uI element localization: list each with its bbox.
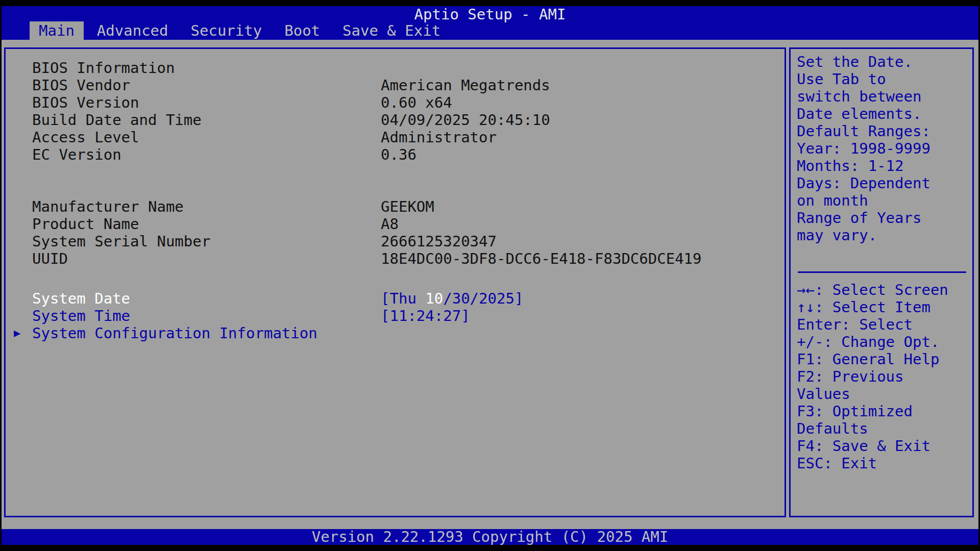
spacer: [32, 163, 785, 198]
system-date-label: System Date: [32, 290, 381, 307]
info-row: BIOS Version 0.60 x64: [32, 94, 785, 111]
help-line: Default Ranges:: [797, 122, 967, 140]
left-edge: [0, 0, 2, 551]
info-row: Product Name A8: [32, 215, 785, 233]
help-panel: Set the Date.Use Tab toswitch betweenDat…: [789, 47, 974, 517]
system-configuration-information-item[interactable]: ▶ System Configuration Information: [32, 324, 785, 342]
help-content: Set the Date.Use Tab toswitch betweenDat…: [791, 49, 972, 472]
system-date-value: [Thu 10/30/2025]: [381, 290, 523, 307]
legend-line: Values: [797, 385, 967, 403]
main-panel-rows: BIOS Information BIOS Vendor American Me…: [6, 49, 785, 342]
help-line: Months: 1-12: [797, 157, 967, 174]
info-row: Build Date and Time 04/09/2025 20:45:10: [32, 111, 785, 129]
legend-line: F2: Previous: [797, 368, 967, 385]
tab-main[interactable]: Main: [30, 21, 84, 40]
bios-info-list: BIOS Vendor American Megatrends BIOS Ver…: [32, 77, 785, 163]
tab-advanced[interactable]: Advanced: [88, 21, 178, 40]
info-row: System Serial Number 2666125320347: [32, 233, 785, 250]
help-line: may vary.: [797, 227, 967, 244]
legend-line: Enter: Select: [797, 316, 967, 333]
legend-line: →←: Select Screen: [797, 281, 967, 298]
tab-boot[interactable]: Boot: [275, 21, 329, 40]
footer-bar: Version 2.22.1293 Copyright (C) 2025 AMI: [0, 529, 980, 545]
help-line: Range of Years: [797, 209, 967, 227]
legend-line: +/-: Change Opt.: [797, 333, 967, 350]
bios-setup-screen: Aptio Setup - AMI Main Advanced Security…: [0, 0, 980, 551]
tab-save-exit[interactable]: Save & Exit: [333, 21, 450, 40]
spacer: [32, 267, 785, 290]
submenu-arrow-icon: ▶: [14, 324, 20, 342]
help-line: Set the Date.: [797, 53, 967, 70]
legend-line: F4: Save & Exit: [797, 437, 967, 455]
version-text: Version 2.22.1293 Copyright (C) 2025 AMI: [312, 528, 668, 545]
legend-line: F3: Optimized: [797, 403, 967, 420]
submenu-label: System Configuration Information: [32, 324, 317, 342]
help-line: Year: 1998-9999: [797, 140, 967, 157]
help-divider: [798, 271, 966, 273]
system-time-row[interactable]: System Time [11:24:27]: [32, 307, 785, 324]
system-time-label: System Time: [32, 307, 381, 324]
help-line: Date elements.: [797, 105, 967, 122]
help-line: Use Tab to: [797, 70, 967, 88]
tab-security[interactable]: Security: [182, 21, 272, 40]
legend-line: Defaults: [797, 420, 967, 437]
system-time-value: [11:24:27]: [381, 307, 470, 324]
help-line: Days: Dependent: [797, 174, 967, 192]
info-row: EC Version 0.36: [32, 146, 785, 163]
system-date-row[interactable]: System Date [Thu 10/30/2025]: [32, 290, 785, 307]
section-title-bios-information: BIOS Information: [32, 59, 785, 77]
info-row: BIOS Vendor American Megatrends: [32, 77, 785, 94]
help-line: switch between: [797, 88, 967, 105]
menu-bar: Main Advanced Security Boot Save & Exit: [30, 21, 450, 40]
legend-line: ESC: Exit: [797, 455, 967, 472]
system-info-list: Manufacturer Name GEEKOM Product Name A8…: [32, 198, 785, 267]
header-bar: Aptio Setup - AMI Main Advanced Security…: [0, 6, 980, 40]
help-description: Set the Date.Use Tab toswitch betweenDat…: [797, 53, 967, 244]
legend-line: ↑↓: Select Item: [797, 298, 967, 316]
info-row: Access Level Administrator: [32, 129, 785, 146]
app-title: Aptio Setup - AMI: [0, 6, 980, 21]
info-row: UUID 18E4DC00-3DF8-DCC6-E418-F83DC6DCE41…: [32, 250, 785, 267]
legend-line: F1: General Help: [797, 350, 967, 368]
bottom-black-strip: [0, 545, 980, 551]
date-field-month-selected: 10: [425, 290, 443, 307]
key-legend: →←: Select Screen↑↓: Select ItemEnter: S…: [797, 281, 967, 472]
info-row: Manufacturer Name GEEKOM: [32, 198, 785, 215]
main-panel: BIOS Information BIOS Vendor American Me…: [4, 47, 786, 517]
help-line: on month: [797, 192, 967, 209]
